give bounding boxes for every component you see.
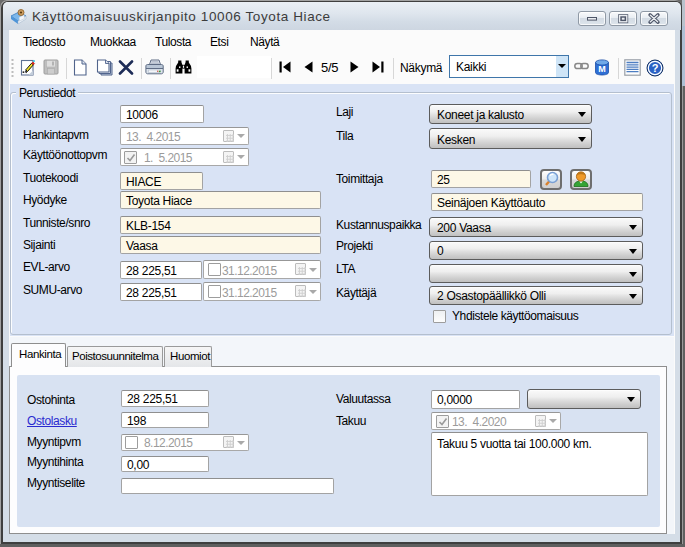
svg-text:?: ?: [652, 62, 659, 74]
svg-text:M: M: [598, 64, 606, 74]
